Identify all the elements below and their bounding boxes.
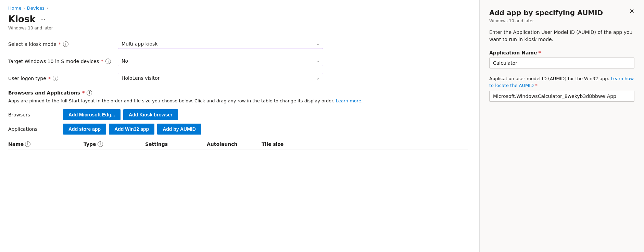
aumid-field-desc: Application user model ID (AUMID) for th… — [489, 75, 634, 89]
app-name-input[interactable] — [489, 58, 634, 68]
kiosk-mode-info-icon[interactable]: i — [63, 41, 68, 47]
breadcrumb-chevron2: › — [47, 6, 48, 10]
panel-header: Add app by specifying AUMID ✕ — [489, 8, 634, 17]
right-panel: Add app by specifying AUMID ✕ Windows 10… — [480, 0, 644, 252]
add-kiosk-browser-button[interactable]: Add Kiosk browser — [123, 109, 178, 120]
breadcrumb: Home › Devices › — [8, 5, 468, 11]
logon-type-info-icon[interactable]: i — [53, 76, 58, 81]
th-tilesize: Tile size — [262, 141, 468, 147]
kiosk-mode-label: Select a kiosk mode * i — [8, 39, 118, 47]
logon-type-label: User logon type * i — [8, 73, 118, 81]
kiosk-mode-group: Select a kiosk mode * i Multi app kiosk … — [8, 39, 468, 49]
applications-row: Applications Add store app Add Win32 app… — [8, 124, 468, 135]
s-mode-dropdown[interactable]: No ⌄ — [118, 56, 323, 66]
s-mode-required: * — [101, 59, 103, 64]
th-settings: Settings — [145, 141, 207, 147]
add-store-app-button[interactable]: Add store app — [63, 124, 106, 135]
breadcrumb-home[interactable]: Home — [8, 5, 21, 11]
kiosk-mode-chevron-icon: ⌄ — [316, 41, 319, 46]
page-subtitle: Windows 10 and later — [8, 26, 468, 30]
browsers-apps-desc: Apps are pinned to the full Start layout… — [8, 98, 468, 104]
panel-description: Enter the Application User Model ID (AUM… — [489, 29, 634, 43]
app-name-required: * — [538, 50, 541, 55]
page-title-container: Kiosk ··· — [8, 14, 468, 24]
browsers-apps-required: * — [82, 90, 85, 96]
applications-btn-group: Add store app Add Win32 app Add by AUMID — [63, 124, 201, 135]
kiosk-mode-required: * — [59, 41, 61, 47]
breadcrumb-devices[interactable]: Devices — [27, 5, 45, 11]
app-name-label: Application Name * — [489, 50, 634, 55]
browsers-row: Browsers Add Microsoft Edg... Add Kiosk … — [8, 109, 468, 120]
panel-title: Add app by specifying AUMID — [489, 8, 603, 17]
add-by-aumid-button[interactable]: Add by AUMID — [157, 124, 201, 135]
kiosk-mode-value: Multi app kiosk — [122, 41, 157, 47]
table-header: Name i Type i Settings Autolaunch Tile s… — [8, 139, 468, 150]
left-panel: Home › Devices › Kiosk ··· Windows 10 an… — [0, 0, 480, 252]
applications-row-label: Applications — [8, 126, 63, 132]
browsers-btn-group: Add Microsoft Edg... Add Kiosk browser — [63, 109, 178, 120]
s-mode-chevron-icon: ⌄ — [316, 59, 319, 63]
th-name-info-icon[interactable]: i — [25, 141, 30, 147]
kiosk-mode-control: Multi app kiosk ⌄ — [118, 39, 468, 49]
breadcrumb-chevron1: › — [23, 6, 25, 10]
s-mode-value: No — [122, 58, 128, 64]
browsers-apps-info-icon[interactable]: i — [87, 90, 92, 96]
browsers-apps-section: Browsers and Applications * i Apps are p… — [8, 90, 468, 150]
add-microsoft-edge-button[interactable]: Add Microsoft Edg... — [63, 109, 121, 120]
logon-type-required: * — [48, 76, 51, 81]
browsers-row-label: Browsers — [8, 112, 63, 117]
s-mode-label: Target Windows 10 in S mode devices * i — [8, 56, 118, 64]
s-mode-info-icon[interactable]: i — [105, 59, 111, 64]
aumid-required: * — [535, 83, 538, 88]
logon-type-value: HoloLens visitor — [122, 75, 160, 81]
s-mode-control: No ⌄ — [118, 56, 468, 66]
learn-more-link[interactable]: Learn more. — [336, 98, 363, 103]
logon-type-group: User logon type * i HoloLens visitor ⌄ — [8, 73, 468, 83]
th-type-info-icon[interactable]: i — [98, 141, 103, 147]
logon-type-chevron-icon: ⌄ — [316, 76, 319, 80]
th-type: Type i — [84, 141, 145, 147]
panel-subtitle: Windows 10 and later — [489, 18, 634, 23]
page-title: Kiosk — [8, 14, 36, 24]
browsers-apps-label: Browsers and Applications * i — [8, 90, 468, 96]
add-win32-app-button[interactable]: Add Win32 app — [109, 124, 154, 135]
ellipsis-button[interactable]: ··· — [39, 16, 47, 23]
th-autolaunch: Autolaunch — [207, 141, 262, 147]
s-mode-group: Target Windows 10 in S mode devices * i … — [8, 56, 468, 66]
kiosk-mode-dropdown[interactable]: Multi app kiosk ⌄ — [118, 39, 323, 49]
logon-type-dropdown[interactable]: HoloLens visitor ⌄ — [118, 73, 323, 83]
logon-type-control: HoloLens visitor ⌄ — [118, 73, 468, 83]
th-name: Name i — [8, 141, 84, 147]
aumid-input[interactable] — [489, 91, 634, 102]
close-button[interactable]: ✕ — [629, 8, 634, 14]
